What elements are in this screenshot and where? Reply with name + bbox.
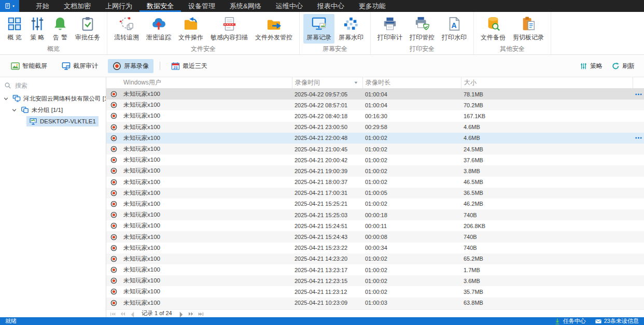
table-row[interactable]: 未知玩家x1002025-04-21 20:00:4201:00:0237.6M…: [106, 154, 644, 165]
svg-text:23: 23: [174, 65, 178, 69]
ribbon-group-label: 文件安全: [109, 44, 298, 56]
column-header-duration[interactable]: 录像时长: [362, 77, 461, 88]
ribbon-button[interactable]: 审批任务: [72, 14, 103, 44]
search-box[interactable]: [4, 82, 102, 89]
tree-item[interactable]: 未分组 [1/1]: [0, 104, 106, 116]
task-center-button[interactable]: 任务中心: [554, 317, 586, 325]
app-menu-caret-icon: ▾: [12, 4, 15, 8]
row-duration: 01:00:02: [362, 201, 461, 207]
ribbon-button[interactable]: 剪切板记录: [510, 14, 547, 44]
ribbon-button[interactable]: 概 览: [4, 14, 25, 44]
row-more-button[interactable]: [635, 93, 642, 96]
table-row[interactable]: 未知玩家x1002025-04-22 08:40:1800:16:30167.1…: [106, 110, 644, 121]
toolbar-button[interactable]: 刷新: [609, 59, 638, 73]
ribbon-button[interactable]: 泄密追踪: [143, 14, 174, 44]
table-row[interactable]: 未知玩家x1002025-04-21 21:00:4501:00:0224.5M…: [106, 144, 644, 154]
last-page-icon[interactable]: [198, 311, 204, 316]
table-row[interactable]: 未知玩家x1002025-04-21 11:23:1201:00:0235.7M…: [106, 286, 644, 297]
ribbon-group-label: 概览: [2, 44, 105, 56]
menu-tab[interactable]: 上网行为: [98, 0, 139, 12]
menu-tab[interactable]: 运维中心: [269, 0, 310, 12]
tree-item[interactable]: DESKTOP-VLKTLE1: [0, 116, 106, 127]
row-more-button[interactable]: [635, 136, 642, 139]
table-row[interactable]: 未知玩家x1002025-04-21 15:23:2200:00:34740B: [106, 243, 644, 253]
ribbon-button-label: 打印水印: [442, 33, 467, 42]
table-row[interactable]: 未知玩家x1002025-04-21 19:00:3901:00:023.8MB: [106, 165, 644, 176]
column-header-time[interactable]: 录像时间: [292, 77, 362, 88]
table-row[interactable]: 未知玩家x1002025-04-21 12:23:1501:00:023.6MB: [106, 275, 644, 286]
ribbon-button[interactable]: 流转追溯: [111, 14, 142, 44]
table-row[interactable]: 未知玩家x1002025-04-21 17:00:3101:00:0536.5M…: [106, 188, 644, 199]
first-page-icon[interactable]: [110, 311, 116, 316]
row-icon-cell: [106, 146, 121, 152]
menu-tab[interactable]: 数据安全: [139, 0, 181, 12]
doc-a-icon: A: [446, 16, 462, 32]
row-user: 未知玩家x100: [121, 288, 292, 295]
ribbon-button[interactable]: 敏感内容扫描: [207, 14, 251, 44]
record-icon: [110, 201, 117, 207]
ribbon-button[interactable]: 屏幕水印: [335, 14, 367, 44]
table-row[interactable]: 未知玩家x1002025-04-21 14:23:2001:00:0265.2M…: [106, 253, 644, 264]
screen-record-icon: [311, 16, 327, 32]
row-size: 4.6MB: [461, 124, 633, 130]
table-row[interactable]: 未知玩家x1002025-04-21 22:00:4801:00:024.6MB: [106, 133, 644, 144]
messages-button[interactable]: 23条未读信息: [595, 317, 639, 325]
group-icon: [21, 106, 29, 114]
record-icon: [110, 102, 117, 108]
toolbar-button[interactable]: 策略: [577, 59, 606, 73]
menu-tab[interactable]: 报表中心: [310, 0, 352, 12]
menu-tab[interactable]: 系统&网络: [222, 0, 269, 12]
menu-tab[interactable]: 开始: [29, 0, 57, 12]
menu-tab[interactable]: 更多功能: [352, 0, 393, 12]
toolbar-button-label: 最近三天: [183, 62, 207, 70]
record-icon: [110, 135, 117, 142]
toolbar-button-label: 截屏审计: [73, 62, 98, 70]
table-row[interactable]: 未知玩家x1002025-04-22 09:57:0501:00:0478.1M…: [106, 89, 644, 100]
row-duration: 01:00:03: [362, 300, 461, 306]
tree-item-content: 未分组 [1/1]: [18, 105, 65, 115]
ribbon-button[interactable]: 文件外发管控: [252, 14, 296, 44]
toolbar-button[interactable]: 23最近三天: [166, 59, 212, 73]
ribbon-button[interactable]: 告 警: [49, 14, 71, 44]
tree-item-label: DESKTOP-VLKTLE1: [40, 118, 96, 124]
table-row[interactable]: 未知玩家x1002025-04-21 13:23:1701:00:021.7MB: [106, 264, 644, 275]
fast-prev-icon[interactable]: [120, 311, 125, 316]
ribbon-button[interactable]: 策 略: [26, 14, 48, 44]
row-time: 2025-04-21 15:24:43: [292, 234, 362, 240]
menu-tab[interactable]: 设备管理: [181, 0, 222, 12]
search-input[interactable]: [15, 82, 102, 89]
toolbar-button[interactable]: 截屏审计: [57, 59, 103, 73]
column-header-size[interactable]: 大小: [461, 77, 633, 88]
row-action-cell: [633, 136, 644, 139]
record-icon: [110, 266, 117, 273]
toolbar-button-label: 刷新: [622, 62, 635, 70]
table-row[interactable]: 未知玩家x1002025-04-22 08:57:0101:00:0470.2M…: [106, 100, 644, 110]
table-row[interactable]: 未知玩家x1002025-04-21 15:25:2101:00:0246.2M…: [106, 199, 644, 209]
ribbon-button[interactable]: 打印审计: [374, 14, 405, 44]
row-duration: 00:16:30: [362, 113, 461, 119]
ribbon-button[interactable]: A打印水印: [439, 14, 470, 44]
ribbon-button[interactable]: 文件操作: [175, 14, 206, 44]
fast-next-icon[interactable]: [188, 311, 194, 316]
row-user: 未知玩家x100: [121, 156, 292, 164]
prev-page-icon[interactable]: [130, 311, 135, 316]
ribbon-button[interactable]: 文件备份: [478, 14, 509, 44]
table-row[interactable]: 未知玩家x1002025-04-21 15:25:0300:00:18740B: [106, 209, 644, 220]
column-header-user[interactable]: Windows用户: [121, 77, 292, 88]
next-page-icon[interactable]: [178, 311, 184, 316]
table-row[interactable]: 未知玩家x1002025-04-21 15:24:4300:00:08740B: [106, 231, 644, 242]
toolbar-button[interactable]: 屏幕录像: [108, 59, 153, 73]
tree-item[interactable]: 河北安固云网络科技有限公司 [1/1]: [0, 93, 106, 104]
table-row[interactable]: 未知玩家x1002025-04-21 10:23:0901:00:0363.8M…: [106, 298, 644, 308]
table-row[interactable]: 未知玩家x1002025-04-21 18:00:3701:00:0246.5M…: [106, 177, 644, 188]
toolbar-button[interactable]: 智能截屏: [6, 59, 52, 73]
ribbon-group-label: 打印安全: [372, 44, 472, 56]
row-size: 36.5MB: [461, 190, 633, 196]
ribbon-button[interactable]: 打印管控: [407, 14, 438, 44]
table-row[interactable]: 未知玩家x1002025-04-21 15:24:5100:00:11206.8…: [106, 220, 644, 231]
ribbon-button[interactable]: 屏幕记录: [303, 14, 334, 44]
app-menu-button[interactable]: ▾: [0, 0, 19, 12]
table-row[interactable]: 未知玩家x1002025-04-21 23:00:5000:29:584.6MB: [106, 122, 644, 133]
menu-tab[interactable]: 文档加密: [57, 0, 98, 12]
capture-audit-icon: [62, 62, 71, 70]
